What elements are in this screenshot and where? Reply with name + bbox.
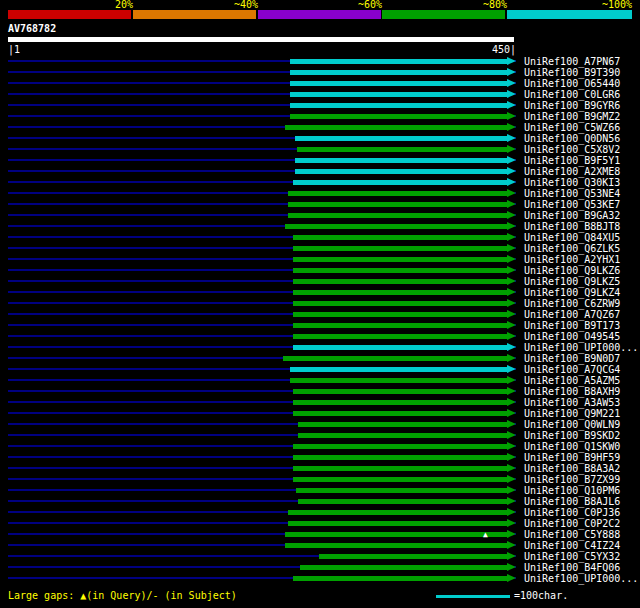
hit-bar[interactable] <box>293 268 507 273</box>
hit-bar[interactable] <box>295 169 507 174</box>
hit-bar[interactable] <box>296 488 507 493</box>
hit-bar[interactable] <box>293 411 507 416</box>
hit-bar[interactable] <box>285 532 507 537</box>
hit-label[interactable]: UniRef100_Q0WLN9 <box>524 419 620 430</box>
hit-label[interactable]: UniRef100_C0LGR6 <box>524 89 620 100</box>
hit-label[interactable]: UniRef100_Q10PM6 <box>524 485 620 496</box>
hit-label[interactable]: UniRef100_Q9M221 <box>524 408 620 419</box>
hit-label[interactable]: UniRef100_B4FQ06 <box>524 562 620 573</box>
hit-bar[interactable] <box>300 565 507 570</box>
hit-label[interactable]: UniRef100_Q84XU5 <box>524 232 620 243</box>
hit-label[interactable]: UniRef100_B8AJL6 <box>524 496 620 507</box>
hit-bar[interactable] <box>288 202 507 207</box>
hit-label[interactable]: UniRef100_A5AZM5 <box>524 375 620 386</box>
hit-bar[interactable] <box>290 81 507 86</box>
hit-label[interactable]: UniRef100_Q53NE4 <box>524 188 620 199</box>
hit-label[interactable]: UniRef100_B9T390 <box>524 67 620 78</box>
hit-bar[interactable] <box>293 246 507 251</box>
hit-label[interactable]: UniRef100_B9GYR6 <box>524 100 620 111</box>
hit-label[interactable]: UniRef100_A2XME8 <box>524 166 620 177</box>
hit-bar[interactable] <box>293 290 507 295</box>
hit-bar[interactable] <box>293 279 507 284</box>
hit-label[interactable]: UniRef100_B8BJT8 <box>524 221 620 232</box>
hit-bar[interactable] <box>283 356 507 361</box>
hit-label[interactable]: UniRef100_C5X8V2 <box>524 144 620 155</box>
hit-bar[interactable] <box>293 257 507 262</box>
hit-bar[interactable] <box>290 59 507 64</box>
hit-bar[interactable] <box>293 235 507 240</box>
hit-label[interactable]: UniRef100_A3AW53 <box>524 397 620 408</box>
hit-bar[interactable] <box>293 444 507 449</box>
hit-label[interactable]: UniRef100_B9GMZ2 <box>524 111 620 122</box>
hit-bar[interactable] <box>297 147 507 152</box>
hit-bar[interactable] <box>285 224 507 229</box>
hit-label[interactable]: UniRef100_O49545 <box>524 331 620 342</box>
hit-label[interactable]: UniRef100_Q9LKZ4 <box>524 287 620 298</box>
hit-label[interactable]: UniRef100_Q1SKW0 <box>524 441 620 452</box>
alignment-row: UniRef100_A5AZM5 <box>0 375 640 386</box>
hit-bar[interactable] <box>290 70 507 75</box>
hit-label[interactable]: UniRef100_C5YX32 <box>524 551 620 562</box>
hit-bar[interactable] <box>288 521 507 526</box>
hit-label[interactable]: UniRef100_C5WZ66 <box>524 122 620 133</box>
hit-bar[interactable] <box>319 554 507 559</box>
hit-label[interactable]: UniRef100_B8AXH9 <box>524 386 620 397</box>
hit-bar[interactable] <box>295 158 507 163</box>
hit-bar[interactable] <box>288 213 507 218</box>
hit-bar[interactable] <box>293 312 507 317</box>
hit-bar[interactable] <box>290 92 507 97</box>
alignment-row: UniRef100_B8AXH9 <box>0 386 640 397</box>
hit-bar[interactable] <box>293 576 507 581</box>
hit-bar[interactable] <box>288 510 507 515</box>
hit-label[interactable]: UniRef100_C5Y888 <box>524 529 620 540</box>
hit-label[interactable]: UniRef100_B8A3A2 <box>524 463 620 474</box>
hit-label[interactable]: UniRef100_C4IZ24 <box>524 540 620 551</box>
hit-bar[interactable] <box>293 477 507 482</box>
hit-bar[interactable] <box>293 455 507 460</box>
hit-label[interactable]: UniRef100_B9T173 <box>524 320 620 331</box>
hit-bar[interactable] <box>298 433 507 438</box>
hit-label[interactable]: UniRef100_B9HF59 <box>524 452 620 463</box>
hit-bar[interactable] <box>293 301 507 306</box>
hit-label[interactable]: UniRef100_O65440 <box>524 78 620 89</box>
hit-bar[interactable] <box>288 191 507 196</box>
hit-bar[interactable] <box>293 334 507 339</box>
hit-label[interactable]: UniRef100_A7QZ67 <box>524 309 620 320</box>
hit-label[interactable]: UniRef100_A2YHX1 <box>524 254 620 265</box>
hit-label[interactable]: UniRef100_Q53KE7 <box>524 199 620 210</box>
hit-bar[interactable] <box>293 345 507 350</box>
hit-label[interactable]: UniRef100_UPI000... <box>524 342 638 353</box>
alignment-row: UniRef100_C5YX32 <box>0 551 640 562</box>
hit-label[interactable]: UniRef100_Q6ZLK5 <box>524 243 620 254</box>
hit-label[interactable]: UniRef100_UPI000... <box>524 573 638 584</box>
hit-bar[interactable] <box>285 543 507 548</box>
hit-bar[interactable] <box>295 136 507 141</box>
hit-bar[interactable] <box>290 378 507 383</box>
hit-label[interactable]: UniRef100_A7QCG4 <box>524 364 620 375</box>
hit-bar[interactable] <box>293 400 507 405</box>
hit-label[interactable]: UniRef100_B9GA32 <box>524 210 620 221</box>
hit-label[interactable]: UniRef100_Q9LKZ5 <box>524 276 620 287</box>
hit-bar[interactable] <box>293 180 507 185</box>
hit-label[interactable]: UniRef100_C6ZRW9 <box>524 298 620 309</box>
hit-bar[interactable] <box>293 389 507 394</box>
hit-label[interactable]: UniRef100_Q30KI3 <box>524 177 620 188</box>
hit-label[interactable]: UniRef100_B7ZX99 <box>524 474 620 485</box>
hit-bar[interactable] <box>293 323 507 328</box>
hit-bar[interactable] <box>298 422 507 427</box>
hit-bar[interactable] <box>298 499 507 504</box>
hit-label[interactable]: UniRef100_B9SKD2 <box>524 430 620 441</box>
hit-bar[interactable] <box>290 114 507 119</box>
hit-arrow-icon <box>507 398 516 406</box>
hit-label[interactable]: UniRef100_C0PJ36 <box>524 507 620 518</box>
hit-label[interactable]: UniRef100_Q9LKZ6 <box>524 265 620 276</box>
hit-bar[interactable] <box>285 125 507 130</box>
hit-label[interactable]: UniRef100_C0P2C2 <box>524 518 620 529</box>
hit-bar[interactable] <box>290 367 507 372</box>
hit-label[interactable]: UniRef100_B9F5Y1 <box>524 155 620 166</box>
hit-bar[interactable] <box>290 103 507 108</box>
hit-bar[interactable] <box>293 466 507 471</box>
hit-label[interactable]: UniRef100_A7PN67 <box>524 56 620 67</box>
hit-label[interactable]: UniRef100_Q0DN56 <box>524 133 620 144</box>
hit-label[interactable]: UniRef100_B9N0D7 <box>524 353 620 364</box>
